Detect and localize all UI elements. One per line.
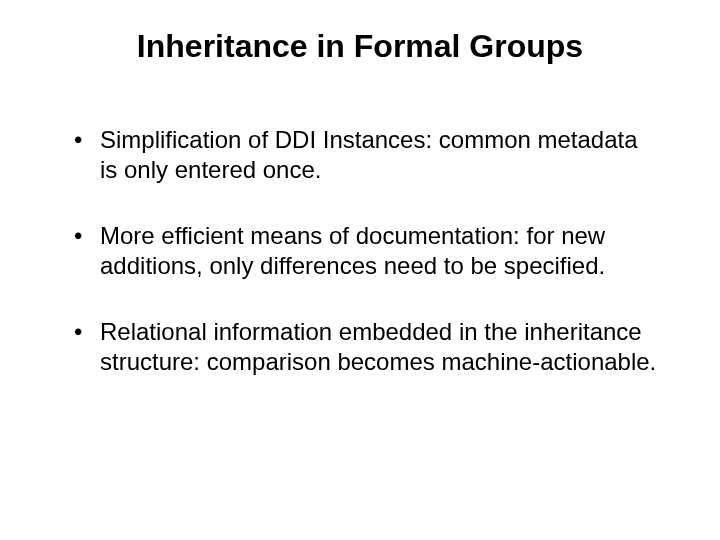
bullet-list: Simplification of DDI Instances: common …: [60, 125, 660, 377]
slide-title: Inheritance in Formal Groups: [80, 28, 640, 65]
bullet-item: Simplification of DDI Instances: common …: [74, 125, 660, 185]
bullet-item: Relational information embedded in the i…: [74, 317, 660, 377]
bullet-item: More efficient means of documentation: f…: [74, 221, 660, 281]
